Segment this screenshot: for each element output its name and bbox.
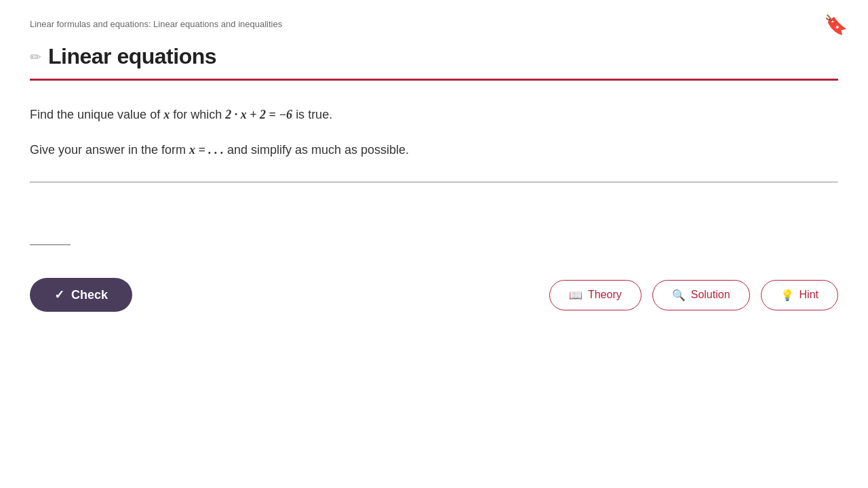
hint-button[interactable]: 💡 Hint	[761, 280, 838, 310]
solution-label: Solution	[691, 289, 730, 301]
problem-text-for-which: for which	[173, 108, 225, 121]
section-divider	[30, 79, 838, 81]
pencil-icon: ✏	[30, 49, 41, 65]
answer-divider	[30, 182, 838, 183]
check-icon: ✓	[54, 287, 64, 302]
check-button[interactable]: ✓ Check	[30, 278, 132, 312]
answer-input-wrapper	[30, 230, 71, 245]
problem-text-is-true: is true.	[296, 108, 332, 121]
page-header: ✏ Linear equations	[30, 44, 838, 69]
answer-input[interactable]	[30, 230, 71, 245]
solution-icon: 🔍	[672, 289, 686, 302]
answer-instruction-prefix: Give your answer in the form	[30, 143, 189, 157]
page-container: 🔖 Linear formulas and equations: Linear …	[0, 0, 868, 488]
answer-form: x = . . .	[189, 143, 224, 157]
problem-line2: Give your answer in the form x = . . . a…	[30, 140, 838, 160]
actions-row: ✓ Check 📖 Theory 🔍 Solution 💡 Hint	[30, 278, 838, 312]
problem-var-x: x	[163, 108, 170, 121]
breadcrumb: Linear formulas and equations: Linear eq…	[30, 19, 838, 29]
theory-icon: 📖	[569, 289, 583, 302]
problem-equation: 2 · x + 2 = −6	[225, 108, 292, 121]
problem-line1: Find the unique value of x for which 2 ·…	[30, 105, 838, 125]
hint-icon: 💡	[781, 289, 794, 302]
check-label: Check	[71, 288, 108, 302]
problem-text-prefix: Find the unique value of	[30, 108, 163, 121]
answer-area	[30, 205, 838, 245]
page-title: Linear equations	[48, 44, 216, 69]
theory-label: Theory	[588, 289, 622, 301]
breadcrumb-text: Linear formulas and equations: Linear eq…	[30, 19, 282, 29]
answer-instruction-suffix: and simplify as much as possible.	[227, 143, 409, 157]
solution-button[interactable]: 🔍 Solution	[652, 280, 750, 310]
secondary-buttons: 📖 Theory 🔍 Solution 💡 Hint	[549, 280, 838, 310]
hint-label: Hint	[800, 289, 818, 301]
theory-button[interactable]: 📖 Theory	[549, 280, 642, 310]
bookmark-icon[interactable]: 🔖	[824, 14, 848, 36]
